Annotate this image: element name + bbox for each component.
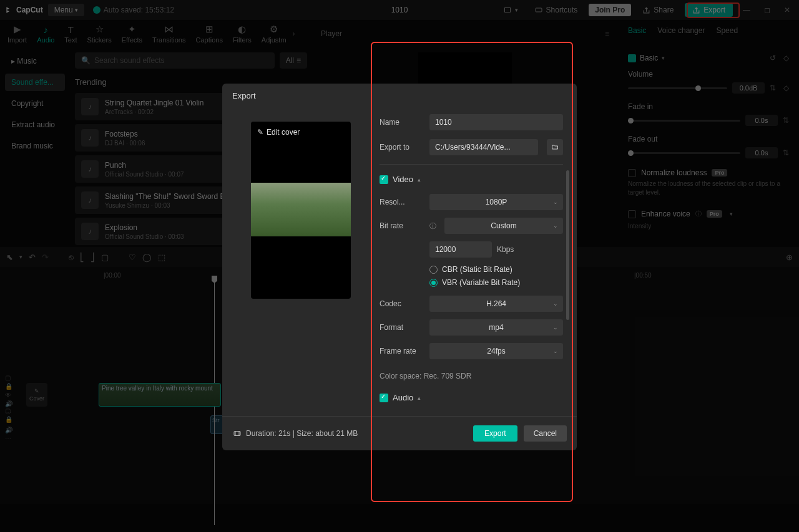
bitrate-label: Bit rate	[380, 221, 423, 230]
audio-checkbox[interactable]	[380, 394, 388, 402]
resolution-select[interactable]: 1080P⌄	[429, 194, 563, 210]
export-dialog: Export ✎Edit cover Name Export to	[222, 84, 577, 450]
video-checkbox[interactable]	[380, 175, 388, 184]
browse-folder-button[interactable]	[547, 139, 563, 155]
help-icon[interactable]: ⓘ	[429, 221, 438, 231]
format-select[interactable]: mp4⌄	[429, 319, 563, 336]
framerate-label: Frame rate	[380, 347, 423, 355]
scrollbar[interactable]	[566, 170, 569, 320]
collapse-icon[interactable]: ▴	[418, 395, 421, 401]
export-confirm-button[interactable]: Export	[473, 425, 517, 442]
duration-info: Duration: 21s | Size: about 21 MB	[232, 429, 358, 438]
framerate-select[interactable]: 24fps⌄	[429, 343, 563, 359]
bitrate-select[interactable]: Custom⌄	[444, 218, 563, 234]
cbr-radio[interactable]	[429, 266, 438, 274]
dialog-title: Export	[222, 84, 577, 108]
export-to-input[interactable]	[429, 139, 538, 155]
cover-thumbnail	[251, 183, 351, 236]
edit-cover-button[interactable]: ✎Edit cover	[257, 128, 300, 137]
video-section-label: Video	[393, 175, 413, 184]
vbr-radio[interactable]	[429, 279, 438, 287]
edit-icon: ✎	[257, 128, 263, 137]
kbps-input[interactable]	[429, 241, 492, 258]
resolution-label: Resol...	[380, 198, 423, 206]
cbr-label: CBR (Static Bit Rate)	[442, 265, 512, 274]
name-label: Name	[380, 118, 423, 127]
collapse-icon[interactable]: ▴	[418, 177, 421, 183]
cover-preview: ✎Edit cover	[251, 122, 351, 299]
format-label: Format	[380, 323, 423, 332]
codec-select[interactable]: H.264⌄	[429, 296, 563, 312]
audio-section-label: Audio	[393, 393, 413, 402]
name-input[interactable]	[429, 114, 563, 130]
kbps-unit: Kbps	[497, 245, 514, 254]
vbr-label: VBR (Variable Bit Rate)	[442, 278, 520, 287]
codec-label: Codec	[380, 299, 423, 308]
color-space-info: Color space: Rec. 709 SDR	[380, 372, 563, 380]
export-to-label: Export to	[380, 143, 423, 152]
cancel-button[interactable]: Cancel	[524, 425, 567, 442]
